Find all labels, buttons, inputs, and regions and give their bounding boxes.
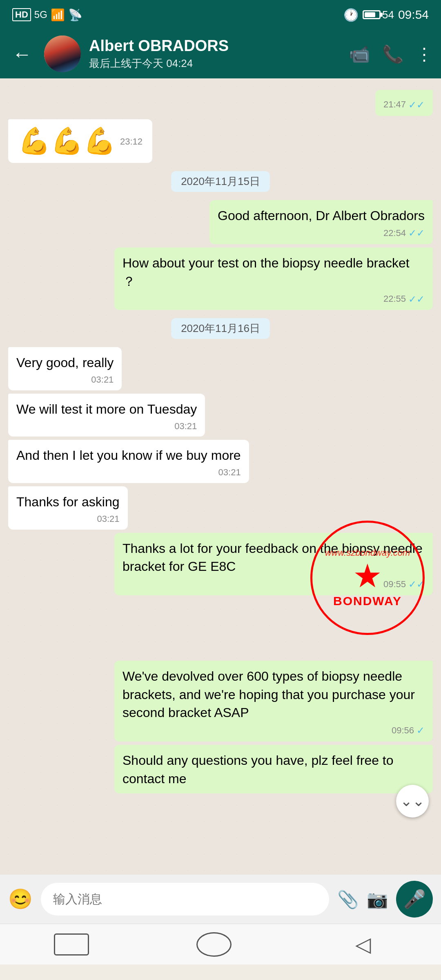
contact-info: Albert OBRADORS 最后上线于今天 04:24 [89,37,341,71]
message-time: 03:21 [16,466,241,479]
sent-bubble: Thanks a lot for your feedback on the bi… [114,533,433,595]
date-label: 2020年11月15日 [171,171,270,192]
received-bubble: And then I let you know if we buy more 0… [8,440,249,483]
message-time: 03:21 [16,374,114,386]
signal-icon: 📶 [51,8,65,22]
back-button-nav[interactable]: ◁ [339,929,387,960]
message-time: 09:56 ✓ [122,724,425,737]
message-text: We will test it more on Tuesday [16,402,197,416]
message-text: Very good, really [16,355,114,370]
msg-row: Good afternoon, Dr Albert Obradors 22:54… [8,200,433,244]
message-text: We've devolved over 600 types of biopsy … [122,669,415,720]
status-right: 🕐 54 09:54 [343,8,429,22]
tick-icon: ✓✓ [408,98,425,112]
received-bubble: We will test it more on Tuesday 03:21 [8,394,205,437]
received-bubble: Thanks for asking 03:21 [8,486,128,530]
msg-row: 💪💪💪 23:12 [8,119,433,163]
mic-icon: 🎤 [403,889,426,910]
msg-row: Thanks for asking 03:21 [8,486,433,530]
msg-row: Should any questions you have, plz feel … [8,745,433,794]
message-text: Good afternoon, Dr Albert Obradors [218,208,425,223]
watermark-bottom-text: BONDWAY [333,594,402,608]
battery-level: 54 [382,9,394,21]
header-actions: 📹 📞 ⋮ [349,44,433,64]
tick-icon: ✓✓ [408,226,425,240]
tick-icon: ✓✓ [408,292,425,306]
msg-row: And then I let you know if we buy more 0… [8,440,433,483]
avatar[interactable] [44,36,81,72]
message-time: 03:21 [16,513,120,526]
chevron-down-icon: ⌄⌄ [400,793,425,810]
message-text: Thanks for asking [16,494,120,509]
attach-button[interactable]: 📎 [337,889,359,909]
alarm-icon: 🕐 [343,8,359,22]
message-text: Thanks a lot for your feedback on the bi… [122,541,423,574]
hd-badge: HD [12,8,31,21]
camera-button[interactable]: 📷 [367,889,388,909]
message-time: 03:21 [16,420,197,433]
phone-call-icon[interactable]: 📞 [382,44,403,64]
input-bar: 😊 📎 📷 🎤 [0,875,441,924]
sent-bubble: How about your test on the biopsy needle… [114,247,433,310]
sent-bubble: Should any questions you have, plz feel … [114,745,433,794]
battery-indicator: 54 [363,9,394,21]
message-time: 21:47 ✓✓ [383,98,425,112]
received-bubble: 💪💪💪 23:12 [8,119,152,163]
tick-icon: ✓ [416,724,425,737]
date-divider: 2020年11月15日 [8,171,433,192]
msg-row: How about your test on the biopsy needle… [8,247,433,310]
sent-bubble: We've devolved over 600 types of biopsy … [114,661,433,742]
message-time: 23:12 [120,136,143,147]
sent-bubble: Good afternoon, Dr Albert Obradors 22:54… [209,200,433,244]
message-time: 22:54 ✓✓ [218,226,425,240]
contact-name: Albert OBRADORS [89,37,341,55]
tick-icon: ✓✓ [408,577,425,591]
date-label: 2020年11月16日 [171,318,270,339]
msg-row: Thanks a lot for your feedback on the bi… [8,533,433,595]
mic-button[interactable]: 🎤 [396,881,433,918]
msg-row: Very good, really 03:21 [8,347,433,390]
emoji-content: 💪💪💪 [18,126,116,156]
message-input[interactable] [41,883,329,915]
nav-bar: ◁ [0,924,441,964]
contact-status: 最后上线于今天 04:24 [89,56,341,71]
menu-icon[interactable]: ⋮ [416,44,433,64]
back-button[interactable]: ← [8,39,36,69]
scroll-down-button[interactable]: ⌄⌄ [396,785,429,817]
home-button[interactable] [196,932,232,957]
sent-bubble: 21:47 ✓✓ [375,90,433,116]
status-left: HD 5G 📶 📡 [12,8,82,22]
emoji-button[interactable]: 😊 [8,888,33,911]
status-bar: HD 5G 📶 📡 🕐 54 09:54 [0,0,441,29]
received-bubble: Very good, really 03:21 [8,347,122,390]
msg-row: 21:47 ✓✓ [8,90,433,116]
battery-icon [363,10,381,19]
wifi-icon: 📡 [68,8,82,22]
message-text: How about your test on the biopsy needle… [122,256,410,289]
message-text: And then I let you know if we buy more [16,448,241,463]
msg-row: We've devolved over 600 types of biopsy … [8,661,433,742]
carrier-signal: 5G [34,9,47,20]
message-time: 09:55 ✓✓ [122,577,425,591]
date-divider: 2020年11月16日 [8,318,433,339]
time-display: 09:54 [398,8,429,22]
message-text: Should any questions you have, plz feel … [122,753,394,786]
chat-area: 21:47 ✓✓ 💪💪💪 23:12 2020年11月15日 Good afte… [0,78,441,875]
chat-header: ← Albert OBRADORS 最后上线于今天 04:24 📹 📞 ⋮ [0,29,441,78]
message-time: 22:55 ✓✓ [122,292,425,306]
recents-button[interactable] [54,933,89,956]
video-call-icon[interactable]: 📹 [349,44,370,64]
msg-row: We will test it more on Tuesday 03:21 [8,394,433,437]
